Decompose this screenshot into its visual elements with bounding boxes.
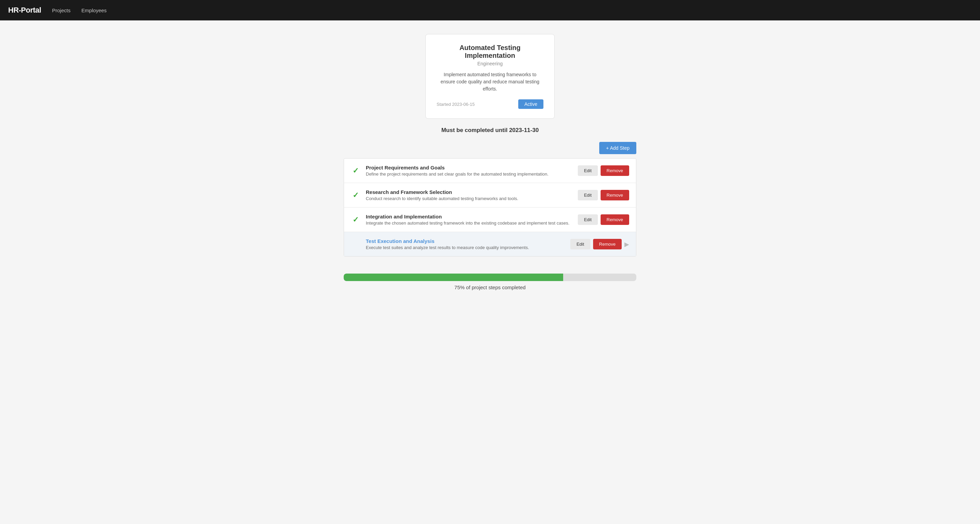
step-description: Conduct research to identify suitable au… [366, 196, 572, 201]
empty-check [351, 239, 360, 249]
step-item: ✓ Research and Framework Selection Condu… [344, 183, 636, 207]
remove-button[interactable]: Remove [601, 190, 629, 201]
check-icon: ✓ [351, 191, 360, 200]
project-department: Engineering [437, 61, 543, 66]
edit-button[interactable]: Edit [578, 190, 598, 201]
step-title: Test Execution and Analysis [366, 238, 565, 244]
progress-bar-inner [344, 274, 563, 281]
edit-button[interactable]: Edit [570, 239, 590, 249]
step-actions: Edit Remove [578, 214, 629, 225]
main-content: Automated Testing Implementation Enginee… [337, 21, 643, 311]
navbar: HR-Portal Projects Employees [0, 0, 980, 21]
progress-bar-outer [344, 274, 636, 281]
step-description: Integrate the chosen automated testing f… [366, 220, 572, 226]
brand-logo: HR-Portal [8, 6, 41, 14]
step-description: Define the project requirements and set … [366, 172, 572, 177]
step-content: Test Execution and Analysis Execute test… [366, 238, 565, 250]
step-actions: Edit Remove ▶ [570, 239, 629, 249]
nav-projects[interactable]: Projects [52, 8, 70, 13]
step-title: Project Requirements and Goals [366, 165, 572, 170]
remove-button[interactable]: Remove [601, 214, 629, 225]
step-title: Integration and Implementation [366, 214, 572, 220]
step-item: Test Execution and Analysis Execute test… [344, 232, 636, 256]
step-arrow-icon: ▶ [624, 240, 629, 248]
status-badge: Active [518, 99, 543, 109]
add-step-row: + Add Step [344, 142, 636, 154]
project-footer: Started 2023-06-15 Active [437, 99, 543, 109]
project-title: Automated Testing Implementation [437, 44, 543, 59]
check-icon: ✓ [351, 166, 360, 175]
project-started: Started 2023-06-15 [437, 102, 475, 107]
edit-button[interactable]: Edit [578, 166, 598, 176]
check-icon: ✓ [351, 215, 360, 225]
step-actions: Edit Remove [578, 166, 629, 176]
progress-section: 75% of project steps completed [344, 274, 636, 290]
steps-list: ✓ Project Requirements and Goals Define … [344, 158, 636, 256]
project-description: Implement automated testing frameworks t… [437, 71, 543, 92]
step-description: Execute test suites and analyze test res… [366, 245, 565, 250]
step-item: ✓ Integration and Implementation Integra… [344, 207, 636, 232]
step-actions: Edit Remove [578, 190, 629, 201]
edit-button[interactable]: Edit [578, 214, 598, 225]
remove-button[interactable]: Remove [593, 239, 622, 249]
step-content: Project Requirements and Goals Define th… [366, 165, 572, 177]
step-title: Research and Framework Selection [366, 189, 572, 195]
deadline-label: Must be completed until 2023-11-30 [344, 127, 636, 134]
progress-label: 75% of project steps completed [344, 285, 636, 290]
project-card: Automated Testing Implementation Enginee… [425, 34, 555, 119]
remove-button[interactable]: Remove [601, 166, 629, 176]
step-content: Research and Framework Selection Conduct… [366, 189, 572, 201]
step-content: Integration and Implementation Integrate… [366, 214, 572, 226]
step-item: ✓ Project Requirements and Goals Define … [344, 159, 636, 183]
nav-employees[interactable]: Employees [81, 8, 107, 13]
add-step-button[interactable]: + Add Step [599, 142, 636, 154]
